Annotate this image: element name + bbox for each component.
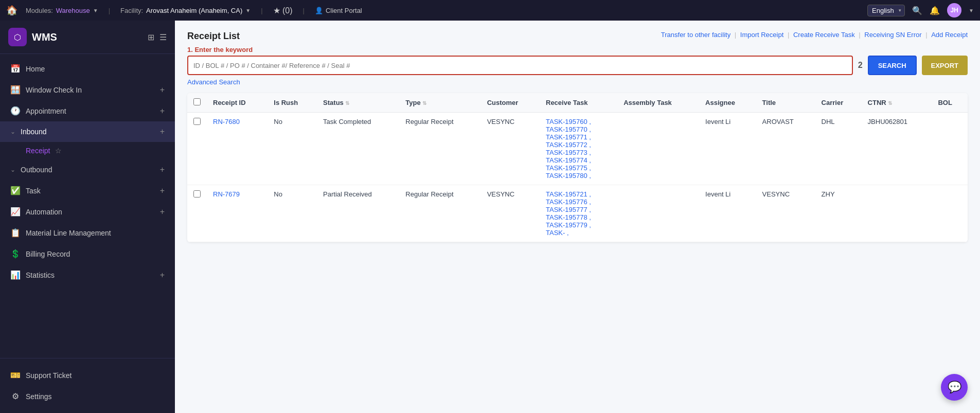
sidebar-item-statistics[interactable]: 📊 Statistics + — [0, 264, 175, 285]
row-checkbox[interactable] — [193, 190, 201, 197]
avatar-dropdown-icon[interactable]: ▼ — [969, 8, 974, 13]
advanced-search-link[interactable]: Advanced Search — [187, 78, 240, 86]
statistics-icon: 📊 — [10, 270, 21, 280]
receive-task-link[interactable]: TASK-195775 , — [546, 164, 611, 172]
menu-icon[interactable]: ☰ — [159, 32, 167, 42]
statistics-plus-icon[interactable]: + — [160, 271, 165, 280]
top-links: Transfer to other facility | Import Rece… — [661, 31, 968, 39]
receive-task-link[interactable]: TASK-195773 , — [546, 149, 611, 156]
cell-assembly-task — [617, 185, 699, 242]
receipt-id-link[interactable]: RN-7679 — [213, 190, 261, 198]
avatar[interactable]: JH — [947, 3, 961, 17]
th-assembly-task: Assembly Task — [617, 93, 699, 113]
modules-dropdown-icon[interactable]: ▼ — [93, 8, 98, 13]
receive-task-link[interactable]: TASK- , — [546, 229, 611, 237]
receiving-sn-error-link[interactable]: Receiving SN Error — [864, 31, 921, 39]
create-receive-task-link[interactable]: Create Receive Task — [793, 31, 855, 39]
language-select[interactable]: English — [867, 5, 905, 16]
sidebar-item-material-line[interactable]: 📋 Material Line Management — [0, 222, 175, 243]
billing-icon: 💲 — [10, 249, 21, 259]
annotation-1: 1. Enter the keyword — [187, 46, 253, 53]
sidebar-item-receipt[interactable]: Receipt ☆ — [0, 142, 175, 159]
home-icon[interactable]: 🏠 — [6, 5, 17, 16]
sidebar-item-support[interactable]: 🎫 Support Ticket — [0, 365, 175, 386]
transfer-link[interactable]: Transfer to other facility — [661, 31, 730, 39]
receipt-table-wrapper: Receipt ID Is Rush Status⇅ Type⇅ Custome… — [187, 93, 968, 242]
search-input[interactable] — [193, 62, 847, 69]
receive-task-link[interactable]: TASK-195772 , — [546, 141, 611, 149]
sidebar-item-automation[interactable]: 📈 Automation + — [0, 201, 175, 222]
main-content: Receipt List 1. Enter the keyword Transf… — [175, 21, 980, 413]
chat-float-button[interactable]: 💬 — [941, 374, 968, 401]
th-type: Type⇅ — [399, 93, 480, 113]
add-receipt-link[interactable]: Add Receipt — [931, 31, 968, 39]
facility-label: Facility: — [120, 7, 143, 14]
select-all-checkbox[interactable] — [193, 98, 201, 105]
window-check-in-plus-icon[interactable]: + — [160, 85, 165, 95]
export-button[interactable]: EXPORT — [922, 56, 968, 75]
facility-dropdown-icon[interactable]: ▼ — [245, 8, 251, 13]
type-sort-icon[interactable]: ⇅ — [422, 100, 426, 106]
appointment-plus-icon[interactable]: + — [160, 106, 165, 116]
sidebar-item-task[interactable]: ✅ Task + — [0, 180, 175, 201]
settings-icon: ⚙ — [10, 391, 21, 401]
grid-icon[interactable]: ⊞ — [148, 32, 154, 42]
row-checkbox-cell — [187, 113, 207, 185]
cell-status: Task Completed — [317, 113, 399, 185]
automation-plus-icon[interactable]: + — [160, 207, 165, 217]
search-icon[interactable]: 🔍 — [912, 6, 922, 15]
sidebar-item-inbound[interactable]: ⌄ Inbound + — [0, 121, 175, 142]
cell-assembly-task — [617, 113, 699, 185]
import-receipt-link[interactable]: Import Receipt — [740, 31, 784, 39]
receive-task-link[interactable]: TASK-195776 , — [546, 198, 611, 206]
sidebar-item-home-label: Home — [26, 65, 165, 73]
task-plus-icon[interactable]: + — [160, 186, 165, 195]
receive-task-link[interactable]: TASK-195779 , — [546, 221, 611, 229]
sidebar-header-icons: ⊞ ☰ — [148, 32, 167, 42]
cell-bol — [932, 113, 968, 185]
cell-receipt-id: RN-7680 — [207, 113, 268, 185]
support-icon: 🎫 — [10, 370, 21, 380]
search-button[interactable]: SEARCH — [868, 56, 917, 75]
cell-assignee: Ievent Li — [699, 113, 756, 185]
receive-task-link[interactable]: TASK-195777 , — [546, 206, 611, 213]
cell-carrier: DHL — [815, 113, 862, 185]
sidebar-item-appointment-label: Appointment — [26, 107, 155, 115]
facility-section: Facility: Arovast Anaheim (Anaheim, CA) … — [120, 7, 251, 14]
receive-task-link[interactable]: TASK-195778 , — [546, 213, 611, 221]
sidebar-item-appointment[interactable]: 🕐 Appointment + — [0, 100, 175, 121]
sidebar-item-task-label: Task — [26, 187, 155, 195]
ctnr-sort-icon[interactable]: ⇅ — [888, 100, 892, 106]
cell-is-rush: No — [268, 113, 317, 185]
sidebar-item-window-check-in[interactable]: 🪟 Window Check In + — [0, 79, 175, 100]
header-row: Receipt List 1. Enter the keyword Transf… — [187, 31, 968, 53]
receipt-star-icon[interactable]: ☆ — [55, 147, 62, 155]
receive-task-link[interactable]: TASK-195721 , — [546, 190, 611, 198]
receipt-id-link[interactable]: RN-7680 — [213, 118, 261, 125]
facility-value: Arovast Anaheim (Anaheim, CA) — [146, 7, 242, 14]
row-checkbox[interactable] — [193, 118, 201, 125]
appointment-icon: 🕐 — [10, 106, 21, 116]
outbound-plus-icon[interactable]: + — [160, 165, 165, 174]
page-title: Receipt List — [187, 31, 253, 42]
receive-task-link[interactable]: TASK-195774 , — [546, 156, 611, 164]
client-portal-link[interactable]: 👤 Client Portal — [315, 7, 362, 14]
receive-task-link[interactable]: TASK-195770 , — [546, 125, 611, 133]
status-sort-icon[interactable]: ⇅ — [345, 100, 349, 106]
receive-task-link[interactable]: TASK-195771 , — [546, 133, 611, 141]
sidebar-item-outbound[interactable]: ⌄ Outbound + — [0, 159, 175, 180]
cell-ctnr — [862, 185, 932, 242]
th-bol: BOL — [932, 93, 968, 113]
cell-customer: VESYNC — [481, 185, 540, 242]
bell-icon[interactable]: 🔔 — [930, 6, 940, 15]
sidebar-item-billing[interactable]: 💲 Billing Record — [0, 243, 175, 264]
language-selector[interactable]: English — [867, 5, 905, 16]
receive-task-link[interactable]: TASK-195780 , — [546, 172, 611, 179]
sidebar-header: ⬡ WMS ⊞ ☰ — [0, 21, 175, 54]
sidebar-item-settings[interactable]: ⚙ Settings — [0, 386, 175, 407]
receive-task-link[interactable]: TASK-195760 , — [546, 118, 611, 125]
inbound-plus-icon[interactable]: + — [160, 127, 165, 136]
favorites-icon[interactable]: ★ (0) — [273, 6, 293, 15]
sidebar-item-outbound-label: Outbound — [21, 166, 155, 174]
sidebar-item-home[interactable]: 📅 Home — [0, 58, 175, 79]
